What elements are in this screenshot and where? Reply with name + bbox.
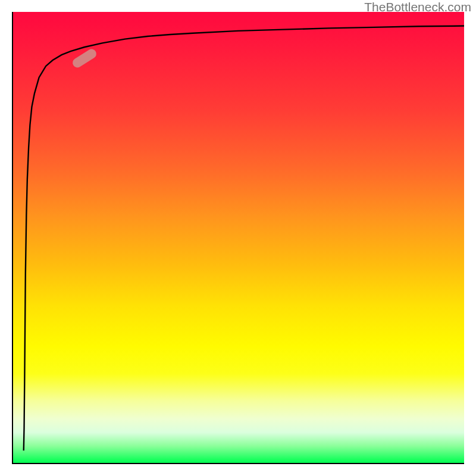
watermark-label: TheBottleneck.com	[364, 0, 471, 14]
plot-area	[12, 12, 464, 464]
bottleneck-curve	[24, 26, 464, 451]
x-axis	[12, 463, 464, 464]
curve-svg	[12, 12, 464, 464]
y-axis	[12, 12, 13, 464]
chart-stage: TheBottleneck.com	[0, 0, 476, 476]
